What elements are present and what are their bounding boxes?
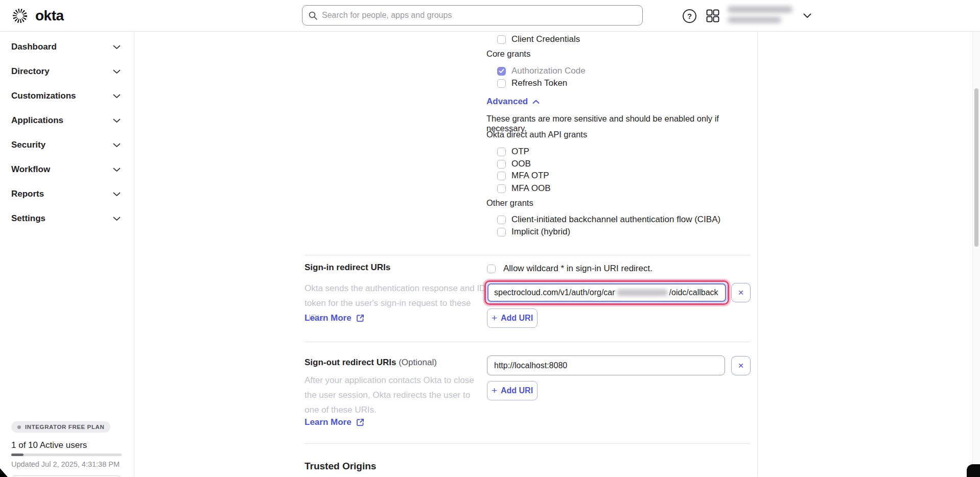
top-bar: okta ?: [0, 0, 980, 32]
client-credentials-checkbox[interactable]: [497, 35, 506, 44]
plan-badge: INTEGRATOR FREE PLAN: [11, 421, 110, 433]
sidebar-item-reports[interactable]: Reports: [0, 182, 134, 206]
grant-label: Refresh Token: [511, 78, 567, 88]
ciba-checkbox[interactable]: [497, 216, 506, 224]
sidebar-item-applications[interactable]: Applications: [0, 108, 134, 133]
sidebar-item-label: Applications: [11, 115, 63, 126]
learn-more-label: Learn More: [305, 313, 352, 323]
sidebar-item-label: Workflow: [11, 164, 50, 175]
grant-row-refresh-token: Refresh Token: [497, 77, 567, 89]
redacted-account-name: [728, 6, 792, 13]
chevron-down-icon: [113, 94, 121, 99]
active-users-progressbar: [11, 454, 122, 456]
grant-row-oob: OOB: [497, 158, 531, 170]
sign-in-uri-input[interactable]: spectrocloud.com/v1/auth/org/car/oidc/ca…: [487, 283, 726, 302]
sidebar-item-label: Directory: [11, 66, 50, 77]
sidebar-item-dashboard[interactable]: Dashboard: [0, 35, 134, 59]
help-icon: ?: [687, 12, 692, 20]
mfa-otp-checkbox[interactable]: [497, 172, 506, 180]
sidebar-item-label: Customizations: [11, 91, 76, 101]
plan-dot-icon: [17, 425, 21, 429]
chevron-down-icon: [113, 217, 121, 221]
redacted-account-org: [728, 17, 781, 23]
grant-row-mfa-otp: MFA OTP: [497, 170, 549, 182]
remove-sign-in-uri-button[interactable]: ×: [731, 283, 751, 302]
wildcard-row: Allow wildcard * in sign-in URI redirect…: [487, 263, 652, 275]
add-uri-label: Add URI: [501, 314, 533, 323]
grant-label: Client-initiated backchannel authenticat…: [511, 214, 720, 225]
close-icon: ×: [738, 360, 743, 371]
add-sign-in-uri-button[interactable]: + Add URI: [487, 308, 538, 328]
apps-grid-button[interactable]: [706, 0, 719, 32]
grant-label: Authorization Code: [511, 66, 586, 76]
plan-badge-label: INTEGRATOR FREE PLAN: [25, 424, 104, 430]
chevron-down-icon: [113, 118, 121, 123]
vertical-scrollbar: [972, 32, 980, 477]
divider: [305, 342, 750, 342]
chevron-down-icon: [803, 13, 811, 18]
sign-out-redirect-uris-label: Sign-out redirect URIs (Optional): [305, 357, 437, 368]
grant-row-authorization-code: Authorization Code: [497, 65, 586, 77]
oob-checkbox[interactable]: [497, 160, 506, 169]
sidebar-item-security[interactable]: Security: [0, 133, 134, 157]
divider: [305, 443, 750, 444]
updated-timestamp: Updated Jul 2, 2025, 4:31:38 PM: [11, 460, 120, 468]
okta-starburst-icon: [11, 7, 29, 25]
sign-out-uri-input[interactable]: [487, 355, 725, 375]
chevron-down-icon: [113, 168, 121, 172]
grant-label: Client Credentials: [511, 34, 580, 44]
sign-out-description: After your application contacts Okta to …: [305, 373, 482, 417]
otp-checkbox[interactable]: [497, 148, 506, 156]
account-menu[interactable]: [728, 0, 820, 32]
active-users-count: 1 of 10 Active users: [11, 440, 87, 450]
sign-out-learn-more-link[interactable]: Learn More: [305, 417, 364, 427]
active-users-progress-fill: [11, 454, 24, 456]
chevron-up-icon: [532, 100, 540, 104]
grant-row-mfa-oob: MFA OOB: [497, 182, 551, 195]
chevron-down-icon: [113, 192, 121, 197]
sidebar-item-label: Reports: [11, 189, 44, 199]
authorization-code-checkbox[interactable]: [497, 67, 506, 76]
sidebar-item-label: Settings: [11, 213, 45, 224]
implicit-hybrid-checkbox[interactable]: [497, 228, 506, 236]
grant-row-implicit: Implicit (hybrid): [497, 226, 570, 238]
mfa-oob-checkbox[interactable]: [497, 184, 506, 193]
main-content: Client Credentials Core grants Authoriza…: [134, 32, 758, 477]
allow-wildcard-checkbox[interactable]: [487, 265, 496, 273]
core-grants-heading: Core grants: [486, 49, 530, 59]
grant-label: MFA OOB: [511, 183, 551, 194]
search-input[interactable]: [322, 11, 636, 20]
direct-auth-grants-heading: Okta direct auth API grants: [486, 130, 587, 139]
remove-sign-out-uri-button[interactable]: ×: [731, 356, 751, 375]
advanced-toggle-label: Advanced: [486, 97, 528, 107]
redacted-uri-segment: [617, 289, 668, 296]
help-button[interactable]: ?: [683, 0, 696, 32]
global-search[interactable]: [302, 5, 643, 26]
uri-prefix: spectrocloud.com/v1/auth/org/car: [494, 288, 615, 297]
grant-label: OTP: [511, 147, 529, 157]
check-icon: [499, 68, 504, 74]
plus-icon: +: [492, 313, 497, 324]
chevron-down-icon: [113, 45, 121, 50]
sidebar-item-customizations[interactable]: Customizations: [0, 84, 134, 108]
sidebar-item-label: Security: [11, 140, 45, 150]
okta-wordmark: okta: [35, 8, 64, 24]
sidebar-item-workflow[interactable]: Workflow: [0, 157, 134, 182]
sign-in-learn-more-link[interactable]: Learn More: [305, 313, 364, 323]
sign-out-label-text: Sign-out redirect URIs: [305, 357, 396, 367]
refresh-token-checkbox[interactable]: [497, 79, 506, 88]
search-icon: [309, 11, 317, 20]
grant-row-ciba: Client-initiated backchannel authenticat…: [497, 213, 720, 226]
external-link-icon: [356, 314, 364, 322]
sidebar-item-directory[interactable]: Directory: [0, 59, 134, 84]
scrollbar-thumb[interactable]: [974, 88, 978, 247]
grant-row-client-credentials: Client Credentials: [497, 33, 580, 45]
grant-label: Implicit (hybrid): [511, 227, 570, 237]
chevron-down-icon: [113, 143, 121, 148]
uri-suffix: /oidc/callback: [669, 288, 718, 297]
sidebar-nav: Dashboard Directory Customizations Appli…: [0, 32, 134, 477]
advanced-toggle[interactable]: Advanced: [486, 96, 540, 108]
okta-logo[interactable]: okta: [11, 0, 64, 32]
add-sign-out-uri-button[interactable]: + Add URI: [487, 381, 538, 400]
sidebar-item-settings[interactable]: Settings: [0, 206, 134, 231]
